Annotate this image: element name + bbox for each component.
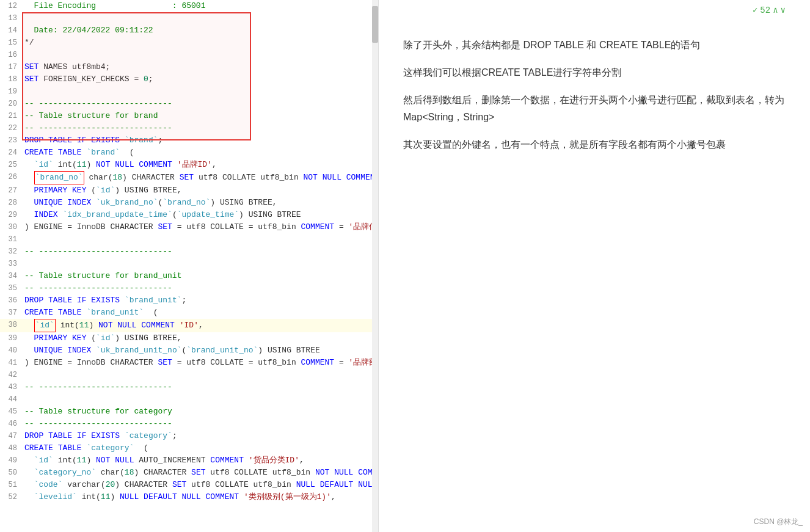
code-line-23: 23 DROP TABLE IF EXISTS `brand`; — [0, 134, 378, 147]
code-line-22: 22 -- ---------------------------- — [0, 122, 378, 134]
scrollbar-thumb[interactable] — [372, 6, 378, 43]
code-line-31: 31 — [0, 233, 378, 246]
annotation-2: 这样我们可以根据CREATE TABLE进行字符串分割 — [403, 64, 786, 81]
code-line-30: 30 ) ENGINE = InnoDB CHARACTER SET = utf… — [0, 221, 378, 233]
code-line-26: 26 `brand_no` char(18) CHARACTER SET utf… — [0, 171, 378, 184]
code-line-39: 39 PRIMARY KEY (`id`) USING BTREE, — [0, 332, 378, 344]
badge-up[interactable]: ∧ — [773, 5, 778, 15]
annotation-panel: ✓ 52 ∧ ∨ 除了开头外，其余结构都是 DROP TABLE 和 CREAT… — [379, 0, 810, 532]
code-line-34: 34 -- Table structure for brand_unit — [0, 270, 378, 282]
code-line-12: 12 File Encoding : 65001 — [0, 0, 378, 12]
code-line-45: 45 -- Table structure for category — [0, 406, 378, 418]
code-line-46: 46 -- ---------------------------- — [0, 418, 378, 430]
code-line-43: 43 -- ---------------------------- — [0, 381, 378, 393]
code-line-44: 44 — [0, 393, 378, 406]
code-line-14: 14 Date: 22/04/2022 09:11:22 — [0, 24, 378, 37]
code-line-40: 40 UNIQUE INDEX `uk_brand_unit_no`(`bran… — [0, 344, 378, 357]
code-line-41: 41 ) ENGINE = InnoDB CHARACTER SET = utf… — [0, 357, 378, 369]
code-line-16: 16 — [0, 49, 378, 61]
code-line-32: 32 -- ---------------------------- — [0, 246, 378, 258]
code-line-17: 17 SET NAMES utf8mb4; — [0, 61, 378, 73]
code-line-15: 15 */ — [0, 37, 378, 49]
code-line-42: 42 — [0, 369, 378, 381]
code-line-48: 48 CREATE TABLE `category` ( — [0, 442, 378, 454]
code-lines: 12 File Encoding : 65001 13 14 Date: 22/… — [0, 0, 378, 503]
check-icon: ✓ — [753, 5, 757, 15]
code-line-35: 35 -- ---------------------------- — [0, 282, 378, 294]
code-line-38: 38 `id` int(11) NOT NULL COMMENT 'ID', — [0, 319, 378, 332]
code-line-51: 51 `code` varchar(20) CHARACTER SET utf8… — [0, 479, 378, 491]
badge-down[interactable]: ∨ — [781, 5, 786, 15]
badge-count: 52 — [760, 5, 770, 15]
code-line-21: 21 -- Table structure for brand — [0, 110, 378, 122]
annotation-3: 然后得到数组后，删除第一个数据，在进行开头两个小撇号进行匹配，截取到表名，转为M… — [403, 92, 786, 125]
code-line-20: 20 -- ---------------------------- — [0, 98, 378, 110]
code-line-33: 33 — [0, 258, 378, 270]
code-line-19: 19 — [0, 86, 378, 98]
code-line-24: 24 CREATE TABLE `brand` ( — [0, 147, 378, 159]
code-line-29: 29 INDEX `idx_brand_update_time`(`update… — [0, 209, 378, 221]
code-line-13: 13 — [0, 12, 378, 24]
annotation-1: 除了开头外，其余结构都是 DROP TABLE 和 CREATE TABLE的语… — [403, 37, 786, 53]
code-line-25: 25 `id` int(11) NOT NULL COMMENT '品牌ID', — [0, 159, 378, 171]
watermark: CSDN @林龙_ — [754, 517, 803, 527]
scrollbar[interactable] — [372, 0, 378, 532]
code-line-18: 18 SET FOREIGN_KEY_CHECKS = 0; — [0, 73, 378, 86]
code-line-27: 27 PRIMARY KEY (`id`) USING BTREE, — [0, 184, 378, 197]
code-line-47: 47 DROP TABLE IF EXISTS `category`; — [0, 430, 378, 442]
check-badge: ✓ 52 ∧ ∨ — [753, 5, 786, 15]
code-line-50: 50 `category_no` char(18) CHARACTER SET … — [0, 467, 378, 479]
code-line-36: 36 DROP TABLE IF EXISTS `brand_unit`; — [0, 294, 378, 307]
code-line-28: 28 UNIQUE INDEX `uk_brand_no`(`brand_no`… — [0, 197, 378, 209]
annotation-4: 其次要设置的外键名，也有一个特点，就是所有字段名都有两个小撇号包裹 — [403, 136, 786, 153]
code-line-49: 49 `id` int(11) NOT NULL AUTO_INCREMENT … — [0, 454, 378, 467]
code-panel: 12 File Encoding : 65001 13 14 Date: 22/… — [0, 0, 379, 532]
code-line-37: 37 CREATE TABLE `brand_unit` ( — [0, 307, 378, 319]
code-line-52: 52 `levelid` int(11) NULL DEFAULT NULL C… — [0, 491, 378, 503]
